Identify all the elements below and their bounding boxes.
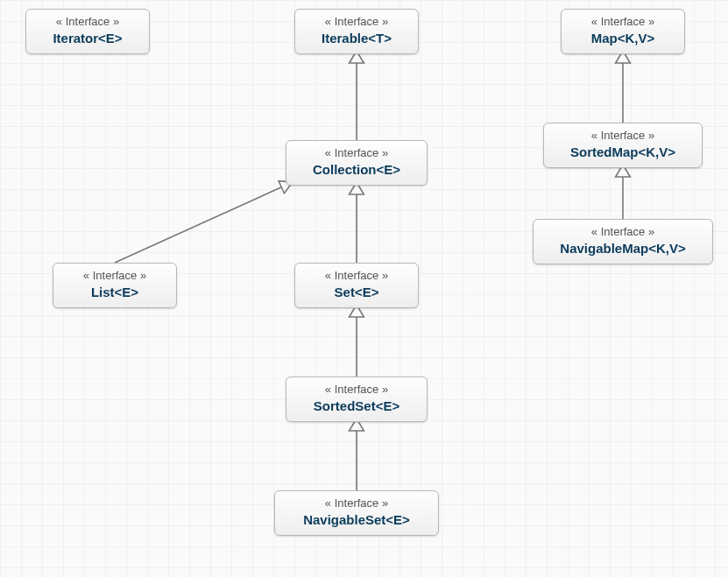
generalization-arrow	[350, 182, 364, 263]
node-name: Map<K,V>	[574, 31, 672, 47]
node-sortedmap[interactable]: « Interface » SortedMap<K,V>	[543, 123, 703, 168]
stereotype-label: « Interface »	[556, 129, 689, 143]
stereotype-label: « Interface »	[66, 269, 164, 283]
generalization-arrow	[350, 419, 364, 490]
stereotype-label: « Interface »	[299, 383, 414, 397]
node-sortedset[interactable]: « Interface » SortedSet<E>	[286, 376, 428, 422]
node-name: NavigableSet<E>	[287, 512, 426, 529]
node-name: Iterable<T>	[307, 31, 406, 47]
stereotype-label: « Interface »	[287, 496, 426, 510]
node-navigableset[interactable]: « Interface » NavigableSet<E>	[274, 490, 439, 536]
stereotype-label: « Interface »	[574, 15, 672, 29]
node-list[interactable]: « Interface » List<E>	[53, 263, 177, 308]
generalization-arrow	[616, 165, 631, 219]
node-name: NavigableMap<K,V>	[546, 241, 700, 257]
generalization-arrow	[616, 51, 631, 123]
node-set[interactable]: « Interface » Set<E>	[294, 263, 419, 308]
node-name: SortedMap<K,V>	[556, 144, 689, 161]
stereotype-label: « Interface »	[39, 15, 137, 29]
node-name: Collection<E>	[299, 162, 414, 179]
stereotype-label: « Interface »	[307, 15, 406, 29]
node-iterator[interactable]: « Interface » Iterator<E>	[25, 9, 150, 54]
node-name: List<E>	[66, 285, 164, 301]
stereotype-label: « Interface »	[299, 146, 414, 160]
node-map[interactable]: « Interface » Map<K,V>	[561, 9, 685, 54]
generalization-arrow	[350, 305, 364, 376]
generalization-arrow	[115, 181, 293, 263]
node-name: Set<E>	[307, 285, 406, 301]
node-collection[interactable]: « Interface » Collection<E>	[286, 140, 428, 186]
svg-line-4	[115, 187, 281, 263]
generalization-arrow	[350, 51, 364, 140]
node-navigablemap[interactable]: « Interface » NavigableMap<K,V>	[533, 219, 713, 264]
node-iterable[interactable]: « Interface » Iterable<T>	[294, 9, 419, 54]
stereotype-label: « Interface »	[307, 269, 406, 283]
stereotype-label: « Interface »	[546, 225, 700, 239]
node-name: SortedSet<E>	[299, 398, 414, 415]
node-name: Iterator<E>	[39, 31, 137, 47]
